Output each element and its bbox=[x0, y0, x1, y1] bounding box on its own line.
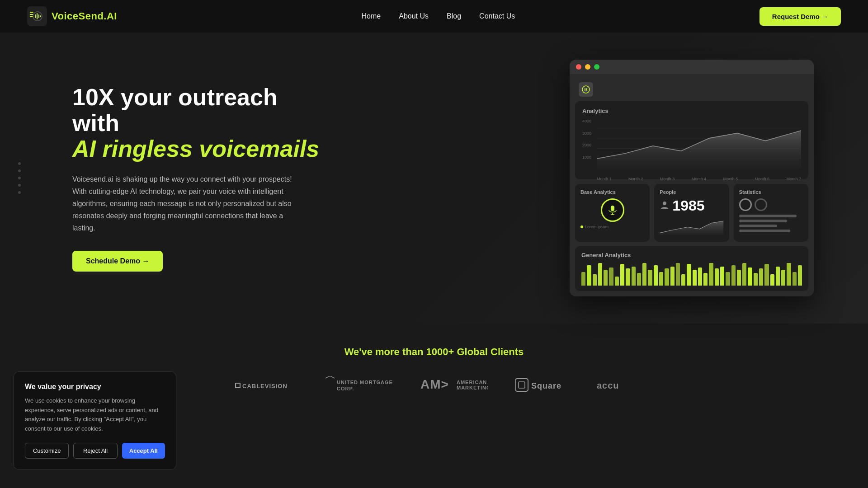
people-card: People 1985 bbox=[654, 184, 729, 242]
bar-item bbox=[604, 270, 608, 286]
bar-item bbox=[798, 265, 802, 286]
svg-rect-11 bbox=[586, 88, 587, 91]
stat-bars bbox=[739, 215, 803, 232]
bar-item bbox=[759, 268, 763, 286]
browser-dot-green bbox=[594, 64, 599, 70]
browser-logo-bar bbox=[575, 80, 808, 101]
bar-item bbox=[693, 270, 697, 286]
client-cablevision: CABLEVISION bbox=[235, 378, 294, 394]
bar-item bbox=[654, 265, 658, 286]
nav-about[interactable]: About Us bbox=[399, 12, 429, 20]
svg-rect-4 bbox=[35, 14, 36, 18]
reject-all-button[interactable]: Reject All bbox=[73, 443, 117, 459]
logo-text: VoiceSend.AI bbox=[52, 10, 117, 22]
browser-content: Analytics 4000 3000 2000 1000 bbox=[570, 74, 814, 296]
base-analytics-card: Base Analytics bbox=[575, 184, 650, 242]
bar-item bbox=[620, 264, 624, 286]
people-icon-row: 1985 bbox=[660, 198, 704, 213]
hero-text: 10X your outreach with AI ringless voice… bbox=[72, 84, 326, 272]
bar-item bbox=[742, 263, 746, 286]
stat-circle-2 bbox=[755, 198, 767, 211]
cookie-title: We value your privacy bbox=[25, 383, 165, 391]
bar-item bbox=[587, 265, 591, 286]
cookie-buttons: Customize Reject All Accept All bbox=[25, 443, 165, 459]
bar-item bbox=[642, 263, 646, 286]
analytics-card-title: Analytics bbox=[582, 108, 801, 114]
browser-dot-red bbox=[576, 64, 581, 70]
bar-item bbox=[781, 270, 785, 286]
svg-rect-10 bbox=[585, 88, 585, 91]
base-analytics-content: Lorem ipsum bbox=[580, 198, 644, 229]
people-content: 1985 bbox=[660, 198, 723, 236]
bar-item bbox=[632, 267, 636, 286]
svg-text:UNITED MORTGAGE: UNITED MORTGAGE bbox=[337, 380, 393, 385]
bar-item bbox=[615, 277, 619, 286]
svg-rect-21 bbox=[236, 384, 240, 387]
people-title: People bbox=[660, 189, 723, 195]
customize-button[interactable]: Customize bbox=[25, 443, 69, 459]
navbar: VoiceSend.AI Home About Us Blog Contact … bbox=[0, 0, 868, 33]
bar-item bbox=[648, 270, 652, 286]
bar-item bbox=[593, 274, 597, 286]
cookie-description: We use cookies to enhance your browsing … bbox=[25, 396, 165, 434]
bar-item bbox=[581, 272, 585, 286]
svg-rect-29 bbox=[519, 382, 525, 388]
accept-all-button[interactable]: Accept All bbox=[122, 443, 165, 459]
schedule-demo-button[interactable]: Schedule Demo → bbox=[72, 251, 163, 272]
stat-circles bbox=[739, 198, 803, 211]
svg-text:Square: Square bbox=[531, 381, 561, 390]
chart-month-labels: Month 1 Month 2 Month 3 Month 4 Month 5 … bbox=[597, 177, 801, 181]
browser-logo-svg bbox=[581, 85, 590, 94]
mic-circle bbox=[601, 198, 624, 222]
bar-item bbox=[665, 268, 669, 286]
chart-container: 4000 3000 2000 1000 bbox=[582, 119, 801, 173]
bar-item bbox=[637, 273, 641, 286]
analytics-svg bbox=[597, 119, 801, 173]
hero-title: 10X your outreach with AI ringless voice… bbox=[72, 84, 326, 162]
svg-text:CORP.: CORP. bbox=[337, 386, 354, 391]
svg-rect-5 bbox=[37, 13, 38, 19]
client-united-mortgage: UNITED MORTGAGE CORP. bbox=[321, 376, 393, 396]
svg-text:accu: accu bbox=[597, 380, 619, 390]
bar-item bbox=[676, 263, 680, 286]
client-accu: accu bbox=[597, 377, 633, 395]
bar-item bbox=[659, 272, 663, 286]
general-analytics-title: General Analytics bbox=[581, 252, 802, 258]
svg-rect-1 bbox=[30, 12, 33, 13]
side-decoration bbox=[18, 162, 21, 194]
bar-item bbox=[737, 270, 741, 286]
logo[interactable]: VoiceSend.AI bbox=[27, 6, 117, 26]
statistics-title: Statistics bbox=[739, 189, 803, 195]
svg-point-19 bbox=[663, 202, 666, 205]
bar-item bbox=[703, 273, 708, 286]
clients-title: We've more than 1000+ Global Clients bbox=[54, 346, 814, 358]
browser-dot-yellow bbox=[585, 64, 590, 70]
svg-text:AMERICAN: AMERICAN bbox=[457, 380, 487, 385]
y-axis-labels: 4000 3000 2000 1000 bbox=[582, 119, 593, 160]
mini-cards-row: Base Analytics bbox=[575, 184, 808, 242]
browser-logo-icon bbox=[579, 82, 593, 97]
stat-bar-1 bbox=[739, 215, 797, 217]
nav-contact[interactable]: Contact Us bbox=[479, 12, 515, 20]
nav-blog[interactable]: Blog bbox=[447, 12, 461, 20]
bar-item bbox=[598, 263, 602, 286]
browser-window: Analytics 4000 3000 2000 1000 bbox=[570, 60, 814, 296]
request-demo-button[interactable]: Request Demo → bbox=[760, 7, 841, 26]
stat-bar-2 bbox=[739, 220, 787, 222]
nav-home[interactable]: Home bbox=[362, 12, 381, 20]
lorem-label: Lorem ipsum bbox=[580, 225, 644, 229]
client-ama: AM> AMERICAN MARKETING bbox=[420, 376, 488, 396]
svg-text:AM>: AM> bbox=[420, 377, 449, 391]
chart-area: Month 1 Month 2 Month 3 Month 4 Month 5 … bbox=[597, 119, 801, 173]
bar-item bbox=[609, 267, 613, 286]
svg-point-9 bbox=[582, 86, 590, 93]
bar-item bbox=[770, 274, 774, 286]
people-icon bbox=[660, 201, 670, 211]
bar-item bbox=[626, 268, 630, 286]
general-analytics-card: General Analytics bbox=[575, 246, 808, 291]
bar-item bbox=[793, 272, 797, 286]
svg-rect-7 bbox=[40, 15, 41, 17]
general-bar-chart bbox=[581, 263, 802, 286]
logo-icon bbox=[27, 6, 47, 26]
bar-item bbox=[748, 267, 752, 286]
